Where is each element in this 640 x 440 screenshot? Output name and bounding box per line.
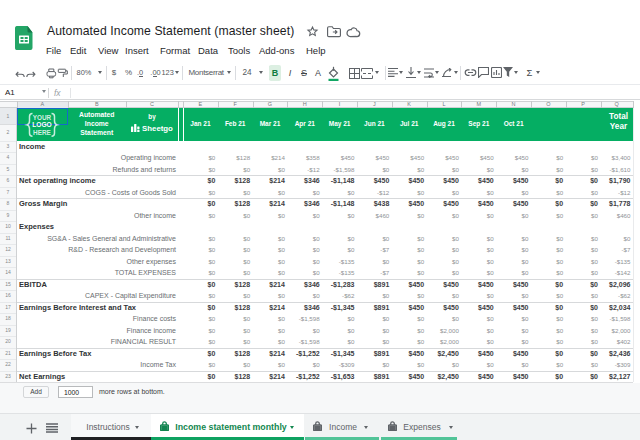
svg-text:LOGO: LOGO (32, 121, 51, 128)
svg-text:YOUR: YOUR (33, 114, 52, 121)
svg-text:HERE: HERE (33, 128, 51, 135)
